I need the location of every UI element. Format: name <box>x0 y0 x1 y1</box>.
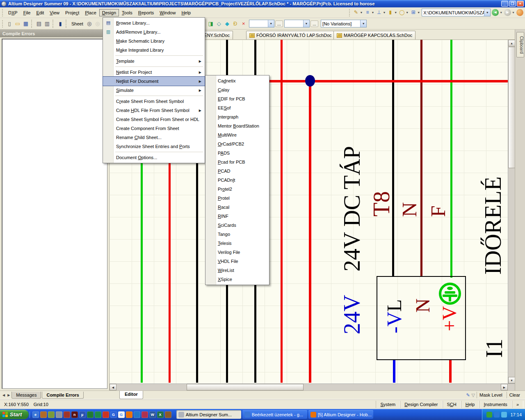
horizontal-scroll-thumb[interactable] <box>187 384 304 390</box>
minimize-button[interactable]: _ <box>501 1 508 7</box>
component-combo[interactable]: ▼ <box>284 20 310 27</box>
tools-icon[interactable] <box>48 411 55 418</box>
menu-item-simulate[interactable]: Simulate▶ <box>103 86 205 95</box>
editor-tab[interactable]: Editor <box>119 391 143 399</box>
harness-entry-icon[interactable]: ◆ <box>223 20 231 28</box>
task-button-be-rkezett-zenetek-g[interactable]: Beérkezett üzenetek - g... <box>242 410 307 419</box>
status-button-help[interactable]: Help <box>461 401 479 408</box>
excel-icon[interactable]: X <box>157 411 164 418</box>
open-document-icon[interactable]: ▭ <box>14 20 22 28</box>
menubar-item-project[interactable]: Project <box>62 9 82 16</box>
panel-tab-compile-errors[interactable]: Compile Errors <box>42 392 83 399</box>
status-button-[interactable]: » <box>512 401 523 408</box>
submenu-item-vhdl-file[interactable]: VHDL File <box>205 257 269 266</box>
favorites-book-icon[interactable]: ▮ <box>56 20 64 28</box>
scroll-left-icon[interactable]: ◀ <box>110 384 116 390</box>
schematic-wire[interactable] <box>392 40 394 277</box>
chevron-down-icon[interactable]: ▼ <box>303 20 309 27</box>
chevron-down-icon[interactable]: ▼ <box>484 9 490 16</box>
start-button[interactable]: Start <box>0 410 29 419</box>
menu-item-make-integrated-library[interactable]: Make Integrated Library <box>103 46 205 55</box>
submenu-item-verilog-file[interactable]: Verilog File <box>205 248 269 257</box>
tab-scroll-left-icon[interactable]: ◀ <box>2 393 6 397</box>
toolbar-grip[interactable] <box>2 20 4 27</box>
schematic-wire[interactable] <box>281 40 283 383</box>
submenu-item-pcad-for-pcb[interactable]: Pcad for PCB <box>205 158 269 167</box>
chevron-down-icon[interactable]: ▼ <box>417 11 420 14</box>
mask-level-button[interactable]: Mask Level <box>477 392 505 398</box>
palm-icon[interactable] <box>87 411 94 418</box>
nero-icon[interactable]: n <box>71 411 78 418</box>
menu-item-synchronize-sheet-entries-and-ports[interactable]: Synchronize Sheet Entries and Ports <box>103 142 205 151</box>
menu-item-netlist-for-document[interactable]: Netlist For Document▶ <box>103 77 205 86</box>
menubar-item-place[interactable]: Place <box>82 9 99 16</box>
sheet-zoom-button[interactable]: Sheet <box>69 20 85 28</box>
zoom-in-icon[interactable]: ◎ <box>85 20 94 28</box>
new-document-icon[interactable]: ▯ <box>5 20 14 28</box>
submenu-item-orcad-pcb2[interactable]: OrCad/PCB2 <box>205 139 269 148</box>
status-button-sch[interactable]: SCH <box>443 401 461 408</box>
status-button-design-compiler[interactable]: Design Compiler <box>400 401 442 408</box>
word-icon[interactable]: W <box>149 411 156 418</box>
phone-icon[interactable] <box>56 411 62 418</box>
schematic-label-24v-dc-t-p[interactable]: 24V DC TÁP <box>340 146 363 272</box>
vertical-scrollbar[interactable]: ▲ ▼ <box>508 40 515 383</box>
component-combo[interactable]: ▼ <box>249 20 274 27</box>
no-erc-icon[interactable]: × <box>240 20 248 28</box>
horizontal-scrollbar[interactable]: ◀ ▶ <box>110 383 515 390</box>
green-app-icon[interactable] <box>95 411 101 418</box>
document-tab-f-ors-ir-nyv-lt-lap-schdoc[interactable]: FŐORSÓ IRÁNYVÁLTÓ LAP.SchDoc <box>246 31 335 39</box>
schematic-label-v[interactable]: +V <box>440 306 459 331</box>
chevron-down-icon[interactable]: ▼ <box>405 11 409 14</box>
panel-header[interactable]: Compile Errors ▼ <box>0 30 109 37</box>
panel-tab-messages[interactable]: Messages <box>11 392 41 399</box>
ie-icon[interactable]: e <box>32 411 39 418</box>
filter-icon[interactable]: ▽ <box>472 393 475 398</box>
menu-item-browse-library[interactable]: ▤Browse Library... <box>103 18 205 27</box>
print-preview-icon[interactable]: ▥ <box>43 20 51 28</box>
submenu-item-xspice[interactable]: XSpice <box>205 275 269 284</box>
menubar-item-design[interactable]: Design <box>99 9 119 16</box>
submenu-item-calay[interactable]: Calay <box>205 85 269 94</box>
menu-item-create-hdl-file-from-sheet-symbol[interactable]: Create HDL File From Sheet Symbol▶ <box>103 106 205 115</box>
submenu-item-rinf[interactable]: RINF <box>205 212 269 221</box>
app-icon[interactable] <box>165 411 171 418</box>
print-icon[interactable]: ▤ <box>35 20 43 28</box>
menubar-grip[interactable] <box>2 9 4 16</box>
menu-item-create-component-from-sheet[interactable]: Create Component From Sheet <box>103 124 205 133</box>
back-button[interactable]: ◄ <box>492 9 499 16</box>
back-dropdown-icon[interactable]: ▼ <box>499 11 503 14</box>
schematic-label-id-rel[interactable]: IDŐRELÉ <box>482 176 504 275</box>
status-button-instruments[interactable]: Instruments <box>479 401 511 408</box>
clock-icon[interactable] <box>40 411 47 418</box>
g-app-icon[interactable]: G <box>110 411 117 418</box>
toolbar-grip[interactable] <box>349 9 351 16</box>
forward-button[interactable]: ► <box>504 9 511 16</box>
home-icon[interactable] <box>516 9 523 16</box>
messenger-tray-icon[interactable] <box>494 412 500 418</box>
submenu-item-pads[interactable]: PADS <box>205 148 269 158</box>
google-icon[interactable]: G <box>118 411 125 418</box>
submenu-item-pcadnlt[interactable]: PCADnlt <box>205 176 269 185</box>
earth-ground-symbol[interactable] <box>438 281 462 306</box>
highlight-pen-icon[interactable]: ✎ <box>466 393 470 398</box>
menubar-item-window[interactable]: Window <box>157 9 178 16</box>
task-button-5-altium-designer-hob[interactable]: [5] Altium Designer - Hob... <box>308 410 373 419</box>
menubar-item-edit[interactable]: Edit <box>33 9 47 16</box>
submenu-item-protel[interactable]: Protel <box>205 194 269 203</box>
menubar-item-file[interactable]: File <box>21 9 34 16</box>
browse-ellipsis-button[interactable]: ... <box>310 21 318 27</box>
submenu-item-telesis[interactable]: Telesis <box>205 239 269 248</box>
chevron-down-icon[interactable]: ▼ <box>360 20 366 27</box>
schematic-label-n[interactable]: N <box>399 202 420 217</box>
schematic-wire[interactable] <box>449 359 452 383</box>
schematic-label-vl[interactable]: -VL <box>384 299 404 333</box>
document-path-combo[interactable]: X:\DOKUMENTUMOK\MŰSZAKI\ALTIUM ▼ <box>422 9 491 16</box>
submenu-item-racal[interactable]: Racal <box>205 203 269 212</box>
menubar-item-reports[interactable]: Reports <box>135 9 157 16</box>
scroll-down-icon[interactable]: ▼ <box>508 377 515 383</box>
task-button-altium-designer-sum[interactable]: Altium Designer Sum... <box>176 410 241 419</box>
save-icon[interactable] <box>142 411 148 418</box>
messenger-icon[interactable] <box>134 411 140 418</box>
schematic-label-n[interactable]: N <box>413 299 433 313</box>
